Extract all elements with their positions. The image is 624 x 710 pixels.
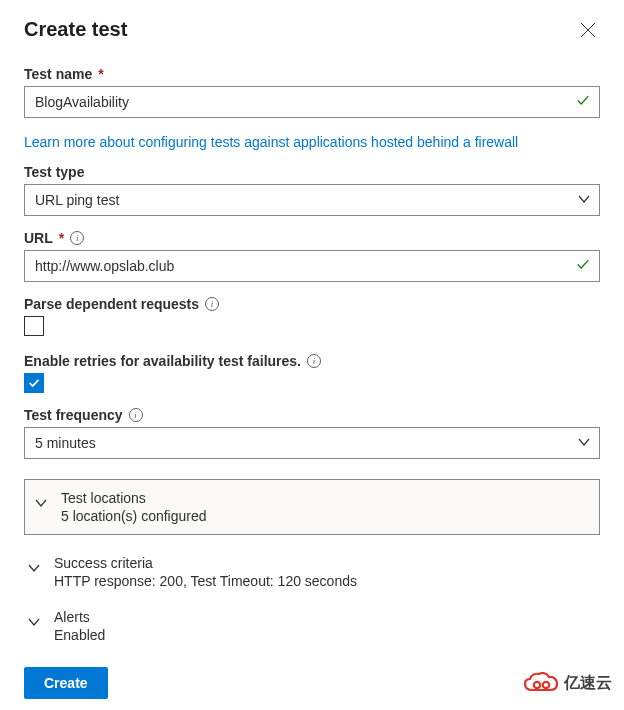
chevron-down-icon	[35, 496, 47, 508]
alerts-section[interactable]: Alerts Enabled	[24, 599, 600, 653]
valid-check-icon	[576, 94, 590, 111]
svg-point-0	[534, 682, 540, 688]
section-title: Alerts	[54, 609, 105, 625]
url-label: URL * i	[24, 230, 600, 246]
info-icon[interactable]: i	[307, 354, 321, 368]
test-frequency-field: Test frequency i 5 minutes	[24, 407, 600, 459]
info-icon[interactable]: i	[129, 408, 143, 422]
cloud-icon	[524, 672, 558, 694]
enable-retries-field: Enable retries for availability test fai…	[24, 353, 600, 393]
test-type-field: Test type URL ping test	[24, 164, 600, 216]
watermark-logo: 亿速云	[524, 672, 612, 694]
expandable-sections: Test locations 5 location(s) configured …	[24, 479, 600, 653]
valid-check-icon	[576, 258, 590, 275]
section-title: Success criteria	[54, 555, 357, 571]
close-icon	[580, 22, 596, 38]
required-asterisk: *	[59, 230, 64, 246]
required-asterisk: *	[98, 66, 103, 82]
success-criteria-section[interactable]: Success criteria HTTP response: 200, Tes…	[24, 545, 600, 599]
test-type-select[interactable]: URL ping test	[24, 184, 600, 216]
chevron-down-icon	[28, 615, 40, 627]
url-field: URL * i	[24, 230, 600, 282]
url-input[interactable]	[24, 250, 600, 282]
test-type-label: Test type	[24, 164, 600, 180]
help-link[interactable]: Learn more about configuring tests again…	[24, 134, 518, 150]
panel-header: Create test	[24, 18, 600, 42]
test-frequency-label: Test frequency i	[24, 407, 600, 423]
test-name-label: Test name *	[24, 66, 600, 82]
parse-dependent-label: Parse dependent requests i	[24, 296, 600, 312]
svg-point-1	[543, 682, 549, 688]
test-locations-section[interactable]: Test locations 5 location(s) configured	[24, 479, 600, 535]
section-subtitle: 5 location(s) configured	[61, 508, 207, 524]
section-title: Test locations	[61, 490, 207, 506]
panel-title: Create test	[24, 18, 127, 41]
test-name-input[interactable]	[24, 86, 600, 118]
section-subtitle: HTTP response: 200, Test Timeout: 120 se…	[54, 573, 357, 589]
enable-retries-label: Enable retries for availability test fai…	[24, 353, 600, 369]
create-button[interactable]: Create	[24, 667, 108, 699]
info-icon[interactable]: i	[70, 231, 84, 245]
test-name-field: Test name *	[24, 66, 600, 118]
chevron-down-icon	[28, 561, 40, 573]
enable-retries-checkbox[interactable]	[24, 373, 44, 393]
parse-dependent-field: Parse dependent requests i	[24, 296, 600, 339]
watermark-text: 亿速云	[564, 673, 612, 694]
close-button[interactable]	[580, 22, 600, 42]
parse-dependent-checkbox[interactable]	[24, 316, 44, 336]
info-icon[interactable]: i	[205, 297, 219, 311]
test-frequency-select[interactable]: 5 minutes	[24, 427, 600, 459]
section-subtitle: Enabled	[54, 627, 105, 643]
check-icon	[27, 376, 41, 390]
